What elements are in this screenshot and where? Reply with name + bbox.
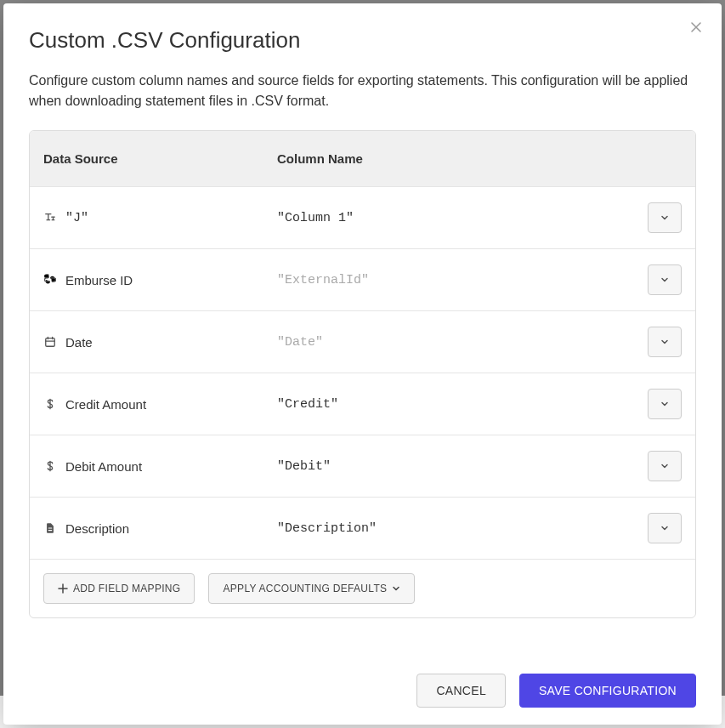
chevron-down-icon — [660, 276, 669, 284]
chevron-down-icon — [660, 338, 669, 346]
data-source-cell: Emburse ID — [43, 273, 277, 287]
close-button[interactable] — [686, 17, 706, 37]
table-row: JColumn 1 — [30, 186, 695, 248]
csv-config-modal: Custom .CSV Configuration Configure cust… — [3, 3, 722, 725]
row-options-button[interactable] — [648, 451, 682, 481]
file-icon — [43, 521, 57, 535]
data-source-label: Debit Amount — [65, 459, 142, 474]
chevron-down-icon — [660, 400, 669, 408]
text-icon — [43, 211, 57, 225]
table-row: DateDate — [30, 310, 695, 373]
column-name-input[interactable]: Credit — [277, 397, 644, 412]
dollar-icon — [43, 459, 57, 473]
row-options-button[interactable] — [648, 202, 682, 233]
row-action-cell — [644, 264, 682, 295]
row-action-cell — [644, 513, 682, 543]
close-icon — [691, 22, 701, 32]
link-icon — [43, 273, 57, 287]
data-source-cell: Debit Amount — [43, 459, 277, 474]
modal-title: Custom .CSV Configuration — [29, 27, 696, 54]
row-options-button[interactable] — [648, 513, 682, 543]
data-source-cell: Description — [43, 521, 277, 536]
apply-defaults-label: APPLY ACCOUNTING DEFAULTS — [223, 583, 387, 594]
column-name-input[interactable]: ExternalId — [277, 273, 644, 287]
add-field-label: ADD FIELD MAPPING — [73, 583, 180, 594]
row-options-button[interactable] — [648, 264, 682, 295]
modal-header: Custom .CSV Configuration — [3, 3, 722, 54]
table-row: Emburse IDExternalId — [30, 248, 695, 310]
header-data-source: Data Source — [43, 151, 277, 166]
column-name-input[interactable]: Debit — [277, 459, 644, 474]
data-source-label: Credit Amount — [65, 397, 146, 412]
table-row: Debit AmountDebit — [30, 435, 695, 497]
field-mapping-table: Data Source Column Name JColumn 1Emburse… — [29, 130, 696, 618]
dollar-icon — [43, 397, 57, 411]
row-options-button[interactable] — [648, 389, 682, 419]
svg-rect-0 — [46, 338, 55, 347]
chevron-down-icon — [660, 462, 669, 470]
table-footer: ADD FIELD MAPPING APPLY ACCOUNTING DEFAU… — [30, 559, 695, 617]
add-field-mapping-button[interactable]: ADD FIELD MAPPING — [43, 573, 195, 604]
modal-footer: CANCEL SAVE CONFIGURATION — [3, 643, 722, 725]
data-source-label: Description — [65, 521, 129, 536]
row-action-cell — [644, 451, 682, 481]
data-source-label: Date — [65, 335, 93, 350]
save-configuration-button[interactable]: SAVE CONFIGURATION — [519, 674, 696, 708]
column-name-input[interactable]: Description — [277, 521, 644, 536]
chevron-down-icon — [392, 584, 400, 593]
row-options-button[interactable] — [648, 327, 682, 357]
row-action-cell — [644, 202, 682, 233]
chevron-down-icon — [660, 524, 669, 532]
table-row: DescriptionDescription — [30, 497, 695, 559]
chevron-down-icon — [660, 213, 669, 222]
data-source-cell: Date — [43, 335, 277, 350]
data-source-label: J — [65, 211, 88, 225]
column-name-input[interactable]: Date — [277, 335, 644, 350]
cancel-button[interactable]: CANCEL — [416, 674, 506, 708]
table-header: Data Source Column Name — [30, 131, 695, 186]
plus-icon — [58, 583, 68, 594]
data-source-label: Emburse ID — [65, 273, 133, 287]
table-row: Credit AmountCredit — [30, 373, 695, 435]
apply-accounting-defaults-button[interactable]: APPLY ACCOUNTING DEFAULTS — [208, 573, 415, 604]
header-column-name: Column Name — [277, 151, 682, 166]
data-source-cell: Credit Amount — [43, 397, 277, 412]
modal-description: Configure custom column names and source… — [3, 54, 722, 111]
row-action-cell — [644, 327, 682, 357]
column-name-input[interactable]: Column 1 — [277, 211, 644, 225]
data-source-cell: J — [43, 211, 277, 225]
row-action-cell — [644, 389, 682, 419]
calendar-icon — [43, 335, 57, 349]
